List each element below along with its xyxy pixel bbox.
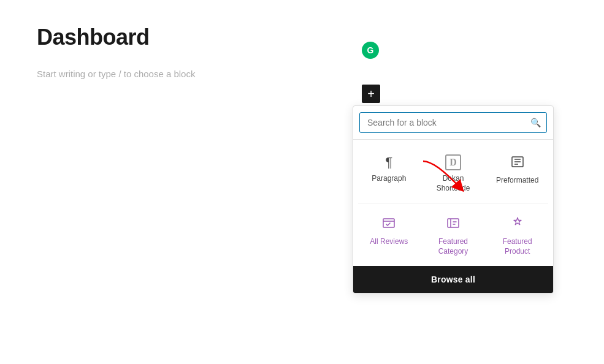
add-block-button[interactable]: + (362, 85, 380, 103)
block-item-preformatted[interactable]: Preformatted (486, 150, 548, 198)
block-item-dokan-shortcode[interactable]: D DokanShortcode (422, 150, 484, 198)
block-label-dokan-shortcode: DokanShortcode (437, 174, 470, 193)
block-item-paragraph[interactable]: ¶ Paragraph (358, 150, 420, 198)
featured-product-icon (510, 216, 525, 233)
block-label-all-reviews: All Reviews (370, 237, 408, 247)
block-label-featured-category: FeaturedCategory (438, 237, 468, 256)
featured-category-icon (446, 216, 461, 233)
block-search-input[interactable] (359, 112, 547, 133)
dokan-shortcode-icon: D (445, 154, 461, 170)
paragraph-icon: ¶ (385, 154, 392, 170)
svg-rect-5 (448, 219, 459, 227)
block-item-all-reviews[interactable]: All Reviews (358, 211, 420, 261)
all-reviews-icon (381, 216, 396, 233)
block-label-preformatted: Preformatted (496, 176, 538, 186)
search-icon: 🔍 (530, 118, 541, 127)
block-search-container: 🔍 (353, 106, 553, 140)
grammarly-icon[interactable]: G (362, 42, 379, 59)
search-wrapper: 🔍 (359, 112, 547, 133)
block-item-featured-category[interactable]: FeaturedCategory (422, 211, 484, 261)
block-label-featured-product: FeaturedProduct (503, 237, 532, 256)
block-picker-popup: 🔍 ¶ Paragraph D DokanShortcode (353, 105, 554, 294)
preformatted-icon (510, 154, 525, 172)
page-title: Dashboard (37, 25, 567, 50)
block-item-featured-product[interactable]: FeaturedProduct (486, 211, 548, 261)
editor-placeholder: Start writing or type / to choose a bloc… (37, 69, 567, 79)
block-grid-separator (358, 203, 548, 203)
browse-all-button[interactable]: Browse all (353, 266, 553, 293)
block-grid-row2: All Reviews FeaturedCategory (353, 208, 553, 266)
block-label-paragraph: Paragraph (372, 174, 406, 184)
svg-rect-4 (383, 219, 394, 227)
page-container: Dashboard Start writing or type / to cho… (0, 0, 604, 364)
block-grid-row1: ¶ Paragraph D DokanShortcode (353, 140, 553, 203)
